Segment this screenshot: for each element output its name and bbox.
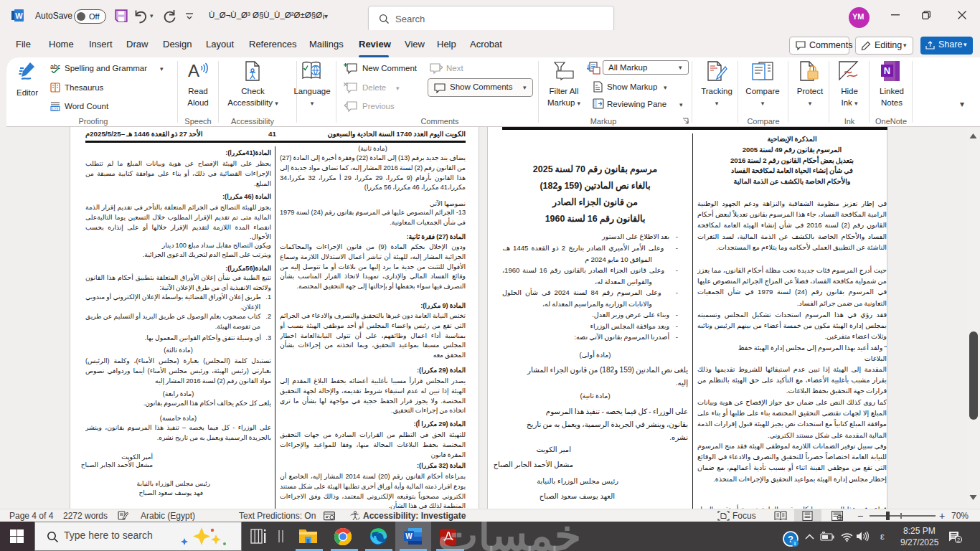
- svg-text:A: A: [188, 61, 199, 80]
- svg-text:2: 2: [957, 537, 960, 543]
- svg-text:W: W: [405, 532, 413, 540]
- svg-text:W: W: [15, 11, 23, 20]
- svg-text:N: N: [884, 65, 890, 76]
- svg-text:i: i: [794, 541, 796, 546]
- svg-text:abc: abc: [50, 63, 60, 70]
- svg-text:123: 123: [52, 107, 58, 111]
